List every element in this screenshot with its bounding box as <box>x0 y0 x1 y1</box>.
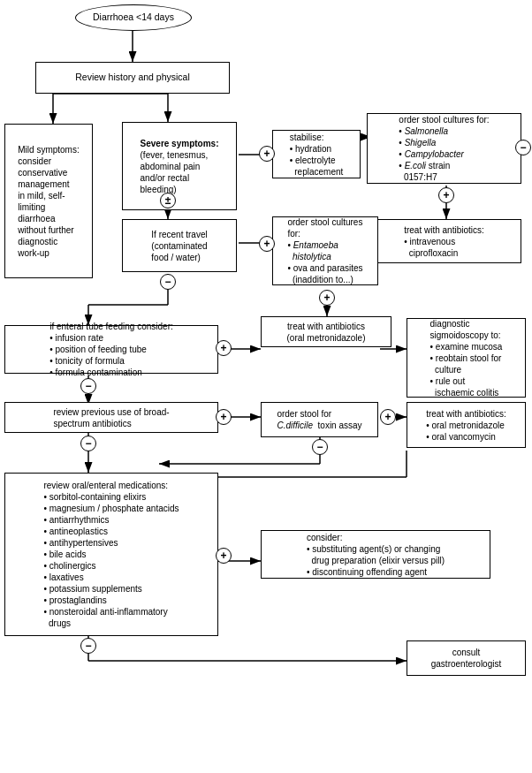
stool-cultures-1-label: order stool cultures for:• Salmonella• S… <box>399 114 489 183</box>
minus-symbol-3: − <box>80 378 96 394</box>
broad-spectrum-label: review previous use of broad-spectrum an… <box>53 406 169 429</box>
plus-symbol-8: + <box>216 548 232 564</box>
minus-symbol-4: − <box>312 439 328 455</box>
enteral-tube-label: if enteral tube feeding consider:• infus… <box>49 321 173 378</box>
review-node: Review history and physical <box>35 62 230 94</box>
minus-symbol-1: − <box>515 140 531 155</box>
stool-cultures-2-label: order stool culturesfor:• Entamoeba hist… <box>287 216 362 285</box>
antibiotics-iv-node: treat with antibiotics:• intravenous cip… <box>367 219 521 263</box>
plus-symbol-4: + <box>319 290 335 306</box>
diagnostic-sigmo-node: diagnosticsigmoidoscopy to:• examine muc… <box>407 318 526 398</box>
antibiotics-oral-metro-label: treat with antibiotics(oral metronidazol… <box>287 321 366 344</box>
stool-cdifficile-node: order stool forC.difficile toxin assay <box>261 402 378 437</box>
diagnostic-sigmo-label: diagnosticsigmoidoscopy to:• examine muc… <box>430 318 503 398</box>
plus-symbol-5: + <box>216 340 232 356</box>
antibiotics-oral-metro-vanc-node: treat with antibiotics:• oral metronidaz… <box>407 402 526 448</box>
plus-symbol-1: + <box>259 146 275 162</box>
start-label: Diarrhoea <14 days <box>93 11 174 24</box>
enteral-tube-node: if enteral tube feeding consider:• infus… <box>4 325 218 374</box>
plus-symbol-6: + <box>216 409 232 425</box>
recent-travel-label: If recent travel(contaminatedfood / wate… <box>151 229 207 263</box>
mild-node: Mild symptoms:considerconservativemanage… <box>4 124 93 278</box>
mild-label: Mild symptoms:considerconservativemanage… <box>18 144 79 259</box>
stabilise-label: stabilise:• hydration• electrolyte repla… <box>290 132 344 178</box>
review-label: Review history and physical <box>75 72 190 84</box>
severe-node: Severe symptoms:(fever, tenesmus,abdomin… <box>122 122 237 210</box>
minus-symbol-5: − <box>80 436 96 451</box>
consult-gastro-label: consultgastroenterologist <box>431 647 502 670</box>
stool-cdifficile-label: order stool forC.difficile toxin assay <box>277 408 361 431</box>
consider-substituting-node: consider:• substituting agent(s) or chan… <box>261 530 490 579</box>
start-node: Diarrhoea <14 days <box>75 4 192 31</box>
plus-symbol-7: + <box>380 409 396 425</box>
minus-symbol-6: − <box>80 638 96 654</box>
stool-cultures-1-node: order stool cultures for:• Salmonella• S… <box>367 113 521 184</box>
consult-gastro-node: consultgastroenterologist <box>407 640 526 676</box>
plus-symbol-3: + <box>259 236 275 252</box>
consider-substituting-label: consider:• substituting agent(s) or chan… <box>307 532 445 578</box>
stabilise-node: stabilise:• hydration• electrolyte repla… <box>272 130 361 178</box>
plusminus-symbol: ± <box>160 193 176 208</box>
oral-enteral-meds-node: review oral/enteral medications:• sorbit… <box>4 473 218 636</box>
oral-enteral-meds-label: review oral/enteral medications:• sorbit… <box>43 480 179 629</box>
flowchart: Diarrhoea <14 days Review history and ph… <box>0 0 532 773</box>
severe-label: Severe symptoms:(fever, tenesmus,abdomin… <box>141 138 219 195</box>
plus-symbol-2: + <box>438 187 454 203</box>
antibiotics-oral-metro-node: treat with antibiotics(oral metronidazol… <box>261 316 391 347</box>
minus-symbol-2: − <box>160 274 176 290</box>
broad-spectrum-node: review previous use of broad-spectrum an… <box>4 402 218 433</box>
recent-travel-node: If recent travel(contaminatedfood / wate… <box>122 219 237 272</box>
antibiotics-oral-metro-vanc-label: treat with antibiotics:• oral metronidaz… <box>426 408 506 443</box>
antibiotics-iv-label: treat with antibiotics:• intravenous cip… <box>404 224 484 259</box>
stool-cultures-2-node: order stool culturesfor:• Entamoeba hist… <box>272 216 378 285</box>
